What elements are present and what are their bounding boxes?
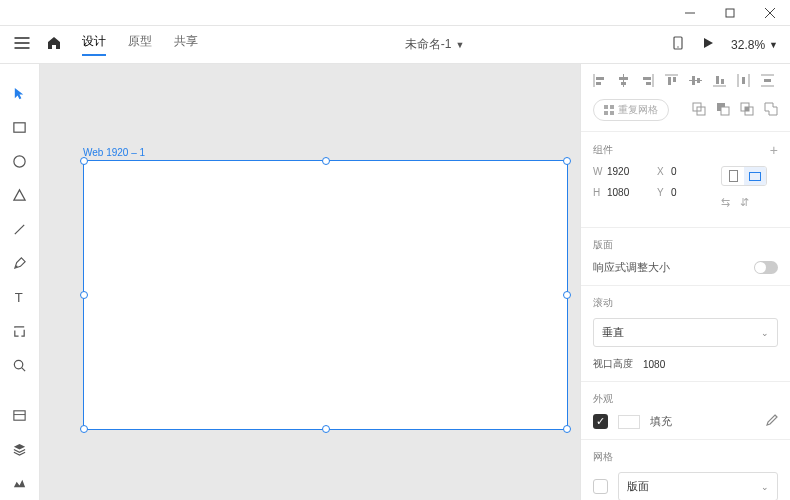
svg-rect-39 — [742, 77, 745, 84]
height-input[interactable]: 1080 — [607, 187, 641, 198]
resize-handle[interactable] — [80, 291, 88, 299]
resize-handle[interactable] — [322, 157, 330, 165]
svg-rect-26 — [643, 77, 651, 80]
eyedropper-button[interactable] — [765, 414, 778, 429]
chevron-down-icon: ⌄ — [761, 482, 769, 492]
landscape-button[interactable] — [744, 167, 766, 185]
fill-label: 填充 — [650, 414, 672, 429]
align-bottom-button[interactable] — [713, 74, 726, 89]
pathfinder-subtract-button[interactable] — [716, 102, 730, 118]
svg-rect-42 — [764, 79, 771, 82]
svg-line-16 — [22, 367, 25, 370]
polygon-tool[interactable] — [0, 178, 40, 212]
align-right-button[interactable] — [641, 74, 654, 89]
plugins-panel-button[interactable] — [0, 466, 40, 500]
zoom-dropdown[interactable]: 32.8%▼ — [731, 38, 778, 52]
responsive-toggle[interactable] — [754, 261, 778, 274]
properties-panel: 重复网格 组件+ W1920 H1080 X0 Y0 — [580, 64, 790, 500]
y-label: Y — [657, 187, 667, 198]
minimize-button[interactable] — [670, 0, 710, 26]
flip-h-button[interactable]: ⇆ — [721, 196, 730, 209]
responsive-resize-label: 响应式调整大小 — [593, 260, 670, 275]
chevron-down-icon: ▼ — [769, 40, 778, 50]
pathfinder-exclude-button[interactable] — [764, 102, 778, 118]
viewport-height-input[interactable]: 1080 — [643, 359, 665, 370]
maximize-button[interactable] — [710, 0, 750, 26]
grid-checkbox[interactable] — [593, 479, 608, 494]
svg-text:T: T — [15, 290, 23, 305]
tab-prototype[interactable]: 原型 — [128, 33, 152, 56]
text-tool[interactable]: T — [0, 280, 40, 314]
zoom-tool[interactable] — [0, 348, 40, 382]
document-title[interactable]: 未命名-1▼ — [198, 36, 671, 53]
grid-type-select[interactable]: 版面 ⌄ — [618, 472, 778, 500]
tab-share[interactable]: 共享 — [174, 33, 198, 56]
svg-rect-50 — [721, 107, 729, 115]
ellipse-tool[interactable] — [0, 144, 40, 178]
top-toolbar: 设计 原型 共享 未命名-1▼ 32.8%▼ — [0, 26, 790, 64]
svg-point-8 — [677, 46, 678, 47]
scroll-direction-select[interactable]: 垂直 ⌄ — [593, 318, 778, 347]
flip-v-button[interactable]: ⇵ — [740, 196, 749, 209]
portrait-button[interactable] — [722, 167, 744, 185]
resize-handle[interactable] — [80, 157, 88, 165]
close-button[interactable] — [750, 0, 790, 26]
svg-point-15 — [14, 360, 22, 368]
menu-button[interactable] — [12, 33, 32, 57]
svg-rect-9 — [14, 122, 25, 131]
artboard-label[interactable]: Web 1920 – 1 — [83, 147, 145, 158]
align-center-h-button[interactable] — [617, 74, 630, 89]
layers-panel-button[interactable] — [0, 432, 40, 466]
assets-panel-button[interactable] — [0, 398, 40, 432]
svg-rect-29 — [668, 77, 671, 85]
align-top-button[interactable] — [665, 74, 678, 89]
resize-handle[interactable] — [563, 157, 571, 165]
orientation-toggle[interactable] — [721, 166, 767, 186]
add-component-button[interactable]: + — [770, 142, 778, 158]
x-label: X — [657, 166, 667, 177]
chevron-down-icon: ⌄ — [761, 328, 769, 338]
svg-rect-36 — [721, 79, 724, 84]
distribute-h-button[interactable] — [737, 74, 750, 89]
artboard[interactable] — [83, 160, 568, 430]
tab-design[interactable]: 设计 — [82, 33, 106, 56]
pathfinder-add-button[interactable] — [692, 102, 706, 118]
svg-rect-55 — [750, 172, 761, 180]
play-button[interactable] — [701, 36, 715, 54]
pathfinder-intersect-button[interactable] — [740, 102, 754, 118]
svg-rect-33 — [697, 78, 700, 83]
y-input[interactable]: 0 — [671, 187, 705, 198]
rectangle-tool[interactable] — [0, 110, 40, 144]
svg-rect-17 — [14, 410, 25, 419]
x-input[interactable]: 0 — [671, 166, 705, 177]
line-tool[interactable] — [0, 212, 40, 246]
canvas[interactable]: Web 1920 – 1 — [40, 64, 580, 500]
width-label: W — [593, 166, 603, 177]
distribute-v-button[interactable] — [761, 74, 774, 89]
window-titlebar — [0, 0, 790, 26]
resize-handle[interactable] — [563, 425, 571, 433]
resize-handle[interactable] — [563, 291, 571, 299]
select-tool[interactable] — [0, 76, 40, 110]
align-left-button[interactable] — [593, 74, 606, 89]
grid-icon — [604, 105, 614, 115]
align-center-v-button[interactable] — [689, 74, 702, 89]
svg-rect-45 — [604, 111, 608, 115]
fill-checkbox[interactable]: ✓ — [593, 414, 608, 429]
width-input[interactable]: 1920 — [607, 166, 641, 177]
left-toolbar: T — [0, 64, 40, 500]
component-section-title: 组件 — [593, 143, 613, 157]
svg-line-11 — [15, 224, 24, 233]
resize-handle[interactable] — [322, 425, 330, 433]
fill-color-swatch[interactable] — [618, 415, 640, 429]
repeat-grid-button[interactable]: 重复网格 — [593, 99, 669, 121]
home-button[interactable] — [46, 35, 62, 55]
svg-rect-43 — [604, 105, 608, 109]
svg-rect-23 — [619, 77, 628, 80]
artboard-tool[interactable] — [0, 314, 40, 348]
svg-rect-20 — [596, 77, 604, 80]
device-preview-button[interactable] — [671, 36, 685, 54]
resize-handle[interactable] — [80, 425, 88, 433]
layout-section-title: 版面 — [593, 238, 778, 252]
pen-tool[interactable] — [0, 246, 40, 280]
